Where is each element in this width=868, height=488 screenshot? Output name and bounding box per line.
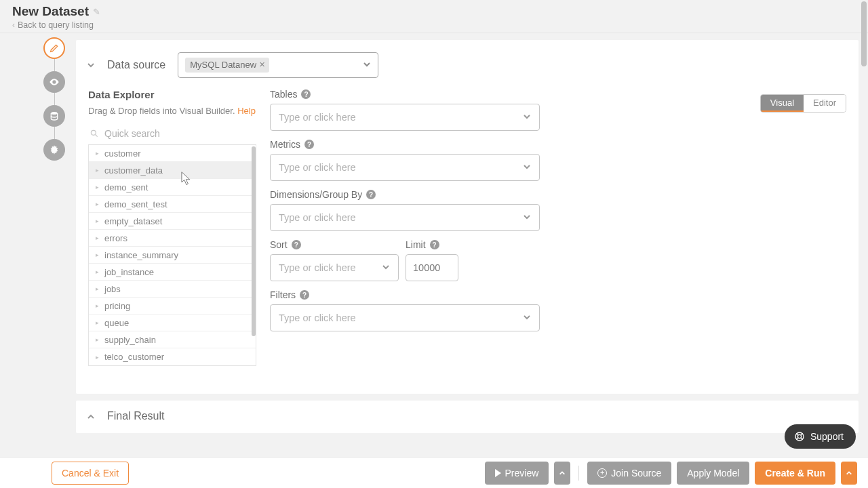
edit-title-icon[interactable]: ✎: [93, 7, 100, 17]
tree-item-label: instance_summary: [104, 250, 178, 260]
tree-item-label: pricing: [104, 301, 130, 311]
support-label: Support: [810, 431, 844, 442]
plus-circle-icon: +: [597, 468, 607, 478]
chevron-right-icon: ▸: [96, 201, 99, 207]
data-source-chip[interactable]: MySQL Datanew ✕: [185, 58, 269, 73]
dimensions-help-icon[interactable]: ?: [366, 190, 376, 199]
preview-label: Preview: [505, 468, 539, 479]
metrics-label: Metrics: [270, 139, 300, 150]
tree-scrollbar[interactable]: [252, 145, 256, 365]
tree-item[interactable]: ▸demo_sent_test: [89, 196, 256, 213]
collapse-data-source-icon[interactable]: [87, 60, 95, 71]
join-source-label: Join Source: [611, 468, 661, 479]
rail-step-preview[interactable]: [43, 71, 65, 93]
chevron-left-icon: ‹: [12, 20, 15, 30]
tree-item[interactable]: ▸jobs: [89, 281, 256, 298]
sort-help-icon[interactable]: ?: [292, 240, 301, 249]
tree-item-label: queue: [104, 318, 129, 328]
cancel-button[interactable]: Cancel & Exit: [52, 462, 129, 485]
chevron-down-icon: [523, 112, 531, 123]
tree-item[interactable]: ▸job_instance: [89, 264, 256, 281]
tree-item[interactable]: ▸instance_summary: [89, 247, 256, 264]
chevron-down-icon: [87, 61, 95, 69]
tab-visual[interactable]: Visual: [761, 95, 804, 112]
limit-help-icon[interactable]: ?: [430, 240, 439, 249]
cancel-label: Cancel & Exit: [62, 468, 119, 479]
tree-item[interactable]: ▸customer: [89, 145, 256, 162]
metrics-help-icon[interactable]: ?: [304, 140, 314, 149]
create-run-menu-button[interactable]: [841, 462, 857, 485]
visual-builder: Visual Editor Tables? Type or click here…: [270, 89, 846, 366]
tree-item[interactable]: ▸pricing: [89, 298, 256, 314]
join-source-button[interactable]: + Join Source: [587, 462, 671, 485]
pencil-icon: [49, 43, 60, 54]
limit-label: Limit: [406, 239, 426, 250]
metrics-select[interactable]: Type or click here: [270, 154, 540, 181]
filters-help-icon[interactable]: ?: [300, 290, 309, 300]
preview-menu-button[interactable]: [554, 462, 570, 485]
explorer-title: Data Explorer: [88, 89, 256, 100]
tree-item-label: demo_sent: [104, 182, 148, 192]
search-input[interactable]: [104, 128, 255, 139]
data-source-panel: Data source MySQL Datanew ✕ Data Explore…: [76, 40, 859, 394]
apply-model-button[interactable]: Apply Model: [677, 462, 749, 485]
final-result-panel: Final Result: [76, 401, 859, 433]
chevron-down-icon: [523, 312, 531, 323]
preview-button[interactable]: Preview: [485, 462, 549, 485]
play-icon: [495, 469, 501, 477]
collapse-final-result-icon[interactable]: [87, 411, 95, 422]
tree-item[interactable]: ▸errors: [89, 230, 256, 247]
tree-item[interactable]: ▸telco_customer: [89, 348, 256, 365]
remove-chip-icon[interactable]: ✕: [259, 60, 265, 69]
create-run-button[interactable]: Create & Run: [755, 462, 835, 485]
filters-label: Filters: [270, 289, 296, 300]
tree-item[interactable]: ▸empty_dataset: [89, 213, 256, 230]
chevron-down-icon: [363, 60, 371, 70]
help-link[interactable]: Help: [237, 106, 256, 116]
svg-point-1: [51, 112, 57, 115]
data-source-select[interactable]: MySQL Datanew ✕: [178, 52, 378, 78]
support-button[interactable]: Support: [785, 424, 856, 449]
tab-editor[interactable]: Editor: [804, 95, 846, 112]
step-rail: [43, 37, 65, 161]
back-link-label: Back to query listing: [18, 20, 94, 30]
explorer-subtitle: Drag & Drop fields into Visual Builder.: [88, 106, 235, 116]
dimensions-select[interactable]: Type or click here: [270, 204, 540, 231]
rail-step-edit[interactable]: [43, 37, 65, 59]
page-scrollbar[interactable]: [861, 1, 867, 66]
table-tree: ▸customer▸customer_data▸demo_sent▸demo_s…: [88, 145, 256, 366]
filters-select[interactable]: Type or click here: [270, 304, 540, 331]
chevron-right-icon: ▸: [96, 150, 99, 157]
tree-item[interactable]: ▸supply_chain: [89, 331, 256, 348]
rail-step-data[interactable]: [43, 105, 65, 127]
apply-model-label: Apply Model: [687, 468, 739, 479]
chevron-right-icon: ▸: [96, 302, 99, 309]
back-link[interactable]: ‹ Back to query listing: [12, 20, 856, 30]
tree-item-label: errors: [104, 233, 127, 243]
tree-item-label: supply_chain: [104, 335, 156, 345]
chevron-right-icon: ▸: [96, 251, 99, 258]
chevron-up-icon: [87, 413, 95, 421]
action-bar: Cancel & Exit Preview + Join Source Appl…: [0, 457, 868, 488]
chevron-right-icon: ▸: [96, 268, 99, 275]
svg-line-4: [96, 135, 98, 137]
tables-select[interactable]: Type or click here: [270, 104, 540, 131]
dimensions-label: Dimensions/Group By: [270, 189, 362, 200]
database-icon: [49, 110, 60, 121]
tree-item[interactable]: ▸demo_sent: [89, 179, 256, 196]
page-header: New Dataset ✎ ‹ Back to query listing: [0, 0, 868, 33]
rail-step-settings[interactable]: [43, 139, 65, 161]
tree-item[interactable]: ▸customer_data: [89, 162, 256, 179]
tables-placeholder: Type or click here: [279, 112, 356, 123]
sort-select[interactable]: Type or click here: [270, 254, 399, 281]
divider: [578, 466, 579, 481]
gear-icon: [49, 144, 60, 155]
data-explorer: Data Explorer Drag & Drop fields into Vi…: [88, 89, 256, 366]
data-source-label: Data source: [107, 59, 165, 71]
final-result-label: Final Result: [107, 410, 164, 422]
limit-input[interactable]: [406, 254, 458, 281]
tables-help-icon[interactable]: ?: [301, 89, 311, 99]
svg-point-0: [54, 81, 56, 83]
chevron-right-icon: ▸: [96, 184, 99, 190]
tree-item[interactable]: ▸queue: [89, 314, 256, 331]
